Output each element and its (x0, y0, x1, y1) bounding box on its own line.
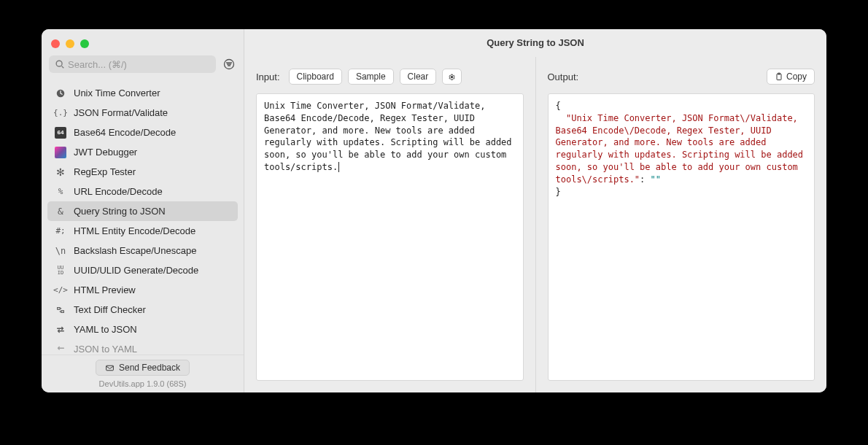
svg-line-1 (62, 66, 64, 69)
preferences-button[interactable] (222, 57, 236, 71)
feedback-label: Send Feedback (119, 363, 180, 373)
version-text: DevUtils.app 1.9.0 (68S) (49, 379, 236, 388)
diff-icon (55, 304, 66, 316)
convert-back-icon (55, 344, 66, 355)
sidebar-item-label: Backslash Escape/Unescape (74, 245, 196, 256)
sidebar-item-label: HTML Entity Encode/Decode (74, 225, 195, 236)
mail-icon (105, 363, 115, 373)
sidebar-item-diff[interactable]: Text Diff Checker (47, 300, 238, 320)
sidebar-item-html-entity[interactable]: #; HTML Entity Encode/Decode (47, 221, 238, 241)
ampersand-icon: & (55, 206, 66, 217)
sidebar-item-unix-time[interactable]: Unix Time Converter (47, 83, 238, 103)
json-open-brace: { (556, 101, 561, 111)
svg-rect-8 (777, 74, 781, 80)
close-window-button[interactable] (51, 39, 60, 48)
uuid-icon: UUID (55, 265, 66, 276)
sidebar-item-label: Text Diff Checker (74, 304, 146, 315)
output-header: Output: Copy (548, 67, 815, 86)
sidebar-item-backslash[interactable]: \n Backslash Escape/Unescape (47, 241, 238, 260)
input-pane: Input: Clipboard Sample Clear Unix Time … (244, 57, 535, 392)
sidebar-item-yaml-json[interactable]: YAML to JSON (47, 320, 238, 339)
svg-point-0 (56, 61, 62, 66)
sidebar-item-label: URL Encode/Decode (74, 186, 163, 197)
sidebar-item-uuid[interactable]: UUID UUID/ULID Generate/Decode (47, 260, 238, 280)
sidebar: Unix Time Converter {.} JSON Format/Vali… (42, 29, 244, 392)
jwt-icon (55, 147, 66, 158)
gear-icon (447, 72, 457, 82)
input-text: Unix Time Converter, JSON Format/Validat… (264, 101, 517, 172)
json-key: "Unix Time Converter, JSON Format\/Valid… (556, 113, 809, 185)
sidebar-item-url-encode[interactable]: % URL Encode/Decode (47, 182, 238, 201)
search-icon (55, 59, 65, 69)
sidebar-item-label: UUID/ULID Generate/Decode (74, 265, 198, 276)
app-window: Unix Time Converter {.} JSON Format/Vali… (42, 29, 826, 392)
window-controls (42, 29, 244, 55)
sample-button[interactable]: Sample (348, 69, 394, 85)
copy-button[interactable]: Copy (767, 69, 815, 85)
sidebar-item-json-yaml[interactable]: JSON to YAML (47, 339, 238, 355)
settings-button[interactable] (442, 69, 462, 85)
search-box[interactable] (49, 55, 216, 73)
minimize-window-button[interactable] (66, 39, 74, 48)
sidebar-item-label: JSON Format/Validate (74, 107, 168, 118)
sidebar-item-label: Base64 Encode/Decode (74, 127, 176, 138)
clock-icon (55, 88, 66, 99)
sidebar-item-label: JWT Debugger (74, 147, 137, 158)
titlebar: Query String to JSON (244, 29, 826, 57)
search-input[interactable] (68, 59, 210, 70)
sidebar-item-jwt[interactable]: JWT Debugger (47, 142, 238, 162)
sidebar-item-label: Query String to JSON (74, 206, 166, 217)
sidebar-item-base64[interactable]: 64 Base64 Encode/Decode (47, 123, 238, 142)
percent-icon: % (55, 186, 66, 198)
sidebar-footer: Send Feedback DevUtils.app 1.9.0 (68S) (42, 355, 244, 392)
input-header: Input: Clipboard Sample Clear (256, 67, 524, 86)
sidebar-item-query-string[interactable]: & Query String to JSON (47, 201, 238, 221)
output-textarea[interactable]: { "Unix Time Converter, JSON Format\/Val… (548, 93, 815, 381)
main-area: Query String to JSON Input: Clipboard Sa… (244, 29, 826, 392)
sidebar-item-json-format[interactable]: {.} JSON Format/Validate (47, 103, 238, 123)
braces-icon: {.} (55, 107, 66, 119)
backslash-icon: \n (55, 245, 66, 257)
search-row (42, 55, 244, 80)
json-value: "" (651, 174, 661, 185)
clipboard-button[interactable]: Clipboard (289, 69, 342, 85)
json-close-brace: } (556, 187, 561, 197)
sidebar-item-label: JSON to YAML (74, 344, 137, 355)
hash-icon: #; (55, 225, 66, 237)
sidebar-item-label: RegExp Tester (74, 166, 136, 177)
sidebar-item-label: Unix Time Converter (74, 88, 160, 98)
tools-list: Unix Time Converter {.} JSON Format/Vali… (42, 80, 244, 355)
send-feedback-button[interactable]: Send Feedback (96, 360, 190, 376)
regex-icon: ✻ (55, 166, 66, 178)
sidebar-item-html-preview[interactable]: </> HTML Preview (47, 280, 238, 300)
text-caret (338, 162, 339, 172)
convert-icon (55, 324, 66, 336)
code-icon: </> (55, 285, 66, 296)
input-textarea[interactable]: Unix Time Converter, JSON Format/Validat… (256, 93, 524, 381)
sidebar-item-label: YAML to JSON (74, 324, 137, 335)
clear-button[interactable]: Clear (400, 69, 437, 85)
sidebar-item-label: HTML Preview (74, 285, 136, 295)
output-label: Output: (548, 71, 579, 82)
clipboard-icon (775, 72, 783, 81)
input-label: Input: (256, 71, 280, 82)
panes: Input: Clipboard Sample Clear Unix Time … (244, 57, 826, 392)
page-title: Query String to JSON (487, 37, 584, 48)
output-pane: Output: Copy { "Unix Time Converter, JSO… (535, 57, 827, 392)
svg-rect-7 (106, 365, 114, 371)
zoom-window-button[interactable] (80, 39, 89, 48)
copy-label: Copy (786, 71, 807, 82)
b64-icon: 64 (55, 127, 66, 139)
sidebar-item-regex[interactable]: ✻ RegExp Tester (47, 162, 238, 182)
